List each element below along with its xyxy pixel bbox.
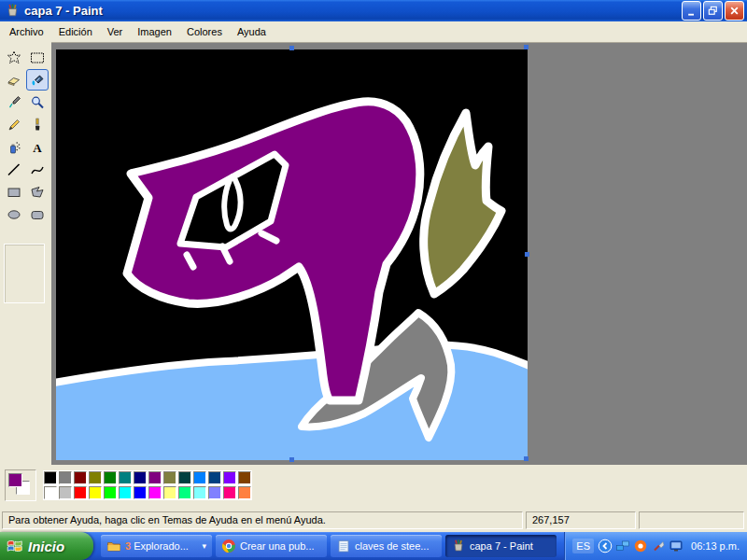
- tool-freeform-select[interactable]: [3, 47, 25, 68]
- palette-color[interactable]: [43, 470, 58, 485]
- palette-color[interactable]: [162, 485, 177, 500]
- windows-logo-icon: [6, 537, 24, 555]
- palette-color[interactable]: [177, 470, 192, 485]
- palette-color[interactable]: [73, 470, 88, 485]
- tool-ellipse[interactable]: [3, 203, 25, 225]
- palette-color[interactable]: [118, 485, 133, 500]
- ellipse-icon: [7, 207, 21, 222]
- tool-select[interactable]: [26, 47, 49, 68]
- canvas-resize-handle-bottom[interactable]: [289, 457, 294, 462]
- tool-brush[interactable]: [26, 114, 49, 135]
- language-indicator[interactable]: ES: [572, 539, 594, 553]
- line-icon: [7, 162, 21, 177]
- tray-icons: [598, 539, 684, 553]
- update-icon[interactable]: [633, 539, 648, 553]
- restore-button[interactable]: [703, 1, 723, 21]
- tool-magnifier[interactable]: [26, 91, 49, 113]
- tool-text[interactable]: [26, 136, 49, 158]
- canvas-resize-handle-top-right[interactable]: [524, 45, 529, 49]
- freeform-select-icon: [7, 50, 21, 65]
- tool-line[interactable]: [3, 159, 25, 180]
- palette-color[interactable]: [237, 470, 252, 485]
- palette-color[interactable]: [237, 485, 252, 500]
- palette-color[interactable]: [207, 485, 222, 500]
- rounded-rectangle-icon: [30, 207, 45, 222]
- display-icon[interactable]: [669, 539, 684, 553]
- menu-item-colores[interactable]: Colores: [179, 23, 230, 40]
- palette-color[interactable]: [88, 470, 103, 485]
- menu-item-ayuda[interactable]: Ayuda: [230, 23, 274, 40]
- tool-eraser[interactable]: [3, 69, 25, 91]
- tool-curve[interactable]: [26, 159, 49, 180]
- hide-icons-icon[interactable]: [598, 539, 613, 553]
- pupil-shape: [224, 176, 240, 229]
- status-bar: Para obtener Ayuda, haga clic en Temas d…: [0, 509, 747, 532]
- palette-color[interactable]: [103, 485, 118, 500]
- menu-bar: ArchivoEdiciónVerImagenColoresAyuda: [0, 21, 747, 42]
- minimize-button[interactable]: [682, 1, 701, 21]
- tool-rectangle[interactable]: [3, 181, 25, 203]
- tool-fill[interactable]: [26, 69, 49, 91]
- palette-color[interactable]: [222, 470, 237, 485]
- tool-polygon[interactable]: [26, 181, 49, 203]
- status-help-text: Para obtener Ayuda, haga clic en Temas d…: [2, 511, 523, 529]
- task-button-label: Crear una pub...: [240, 540, 321, 552]
- palette-color[interactable]: [162, 470, 177, 485]
- palette-color[interactable]: [148, 470, 162, 485]
- palette-color[interactable]: [133, 485, 148, 500]
- workspace: [51, 42, 747, 465]
- palette-color[interactable]: [118, 470, 133, 485]
- start-button[interactable]: Inicio: [0, 532, 93, 560]
- status-extra-panel: [639, 511, 744, 529]
- palette-color[interactable]: [103, 470, 118, 485]
- pencil-icon: [7, 118, 21, 133]
- foreground-color-swatch[interactable]: [8, 473, 22, 487]
- task-button-paint[interactable]: capa 7 - Paint: [445, 535, 557, 557]
- palette-color[interactable]: [73, 485, 88, 500]
- palette-color[interactable]: [148, 485, 162, 500]
- color-bar: [0, 465, 747, 509]
- polygon-icon: [30, 185, 45, 200]
- menu-item-edicion[interactable]: Edición: [51, 23, 100, 40]
- tool-options-panel: [4, 244, 45, 303]
- task-button-chrome[interactable]: Crear una pub...: [216, 535, 327, 557]
- palette-color[interactable]: [222, 485, 237, 500]
- task-button-notepad[interactable]: claves de stee...: [331, 535, 442, 557]
- palette-color[interactable]: [177, 485, 192, 500]
- eraser-icon: [7, 73, 21, 88]
- network-icon[interactable]: [615, 539, 630, 553]
- tool-palette: [0, 42, 51, 465]
- select-icon: [30, 50, 45, 65]
- text-icon: [30, 140, 45, 155]
- group-arrow-icon: ▾: [202, 541, 206, 551]
- canvas-resize-handle-bottom-right[interactable]: [524, 456, 529, 461]
- drawing-canvas[interactable]: [56, 49, 528, 460]
- menu-item-archivo[interactable]: Archivo: [2, 23, 51, 40]
- menu-item-imagen[interactable]: Imagen: [130, 23, 179, 40]
- palette-color[interactable]: [88, 485, 103, 500]
- cleaner-icon[interactable]: [651, 539, 666, 553]
- palette-color[interactable]: [192, 470, 207, 485]
- task-button-folder[interactable]: 3Explorado...▾: [101, 535, 212, 557]
- palette-color[interactable]: [207, 470, 222, 485]
- palette-color[interactable]: [43, 485, 58, 500]
- palette-color[interactable]: [58, 485, 73, 500]
- chrome-icon: [221, 539, 236, 553]
- fill-icon: [30, 73, 45, 88]
- palette-color[interactable]: [192, 485, 207, 500]
- palette-color[interactable]: [58, 470, 73, 485]
- tool-rounded-rectangle[interactable]: [26, 203, 49, 225]
- rectangle-icon: [7, 185, 21, 200]
- palette-color[interactable]: [133, 470, 148, 485]
- paint-app-icon: [5, 3, 21, 19]
- canvas-resize-handle-top[interactable]: [289, 46, 294, 50]
- menu-item-ver[interactable]: Ver: [100, 23, 131, 40]
- tool-pencil[interactable]: [3, 114, 25, 135]
- tool-picker[interactable]: [3, 91, 25, 113]
- notepad-icon: [336, 539, 351, 553]
- tool-airbrush[interactable]: [3, 136, 25, 158]
- canvas-resize-handle-right[interactable]: [525, 252, 529, 257]
- taskbar-clock[interactable]: 06:13 p.m.: [691, 540, 740, 552]
- close-button[interactable]: [725, 1, 744, 21]
- task-button-label: 3Explorado...: [125, 540, 198, 552]
